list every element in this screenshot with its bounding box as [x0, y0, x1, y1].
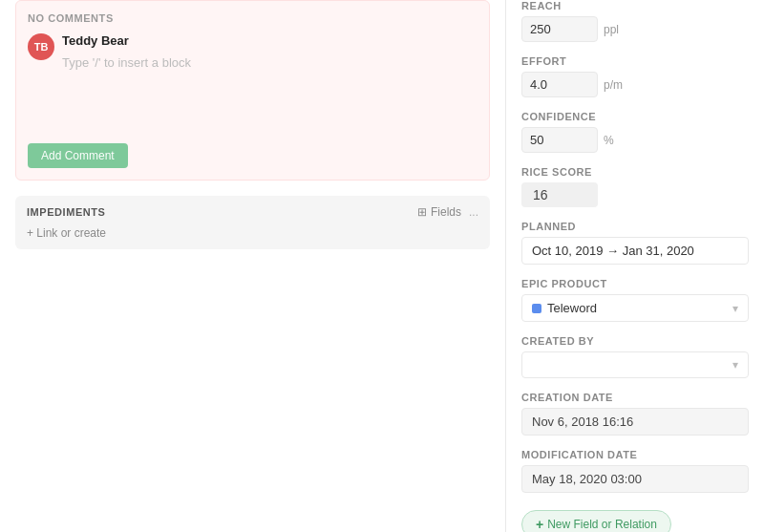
confidence-label: CONFIDENCE — [521, 111, 749, 122]
created-by-label: CREATED BY — [521, 335, 749, 347]
modification-date-field-group: MODIFICATION DATE May 18, 2020 03:00 — [521, 449, 749, 493]
rice-score-label: RICE SCORE — [521, 166, 749, 178]
epic-product-value: Teleword — [547, 301, 597, 315]
right-panel: REACH ppl EFFORT p/m CONFIDENCE % RICE S… — [506, 0, 764, 532]
comments-section: NO COMMENTS TB Teddy Bear Type '/' to in… — [15, 0, 490, 181]
confidence-unit: % — [604, 134, 614, 147]
plus-icon: + — [536, 517, 543, 532]
creation-date-field-group: CREATION DATE Nov 6, 2018 16:16 — [521, 392, 749, 436]
effort-unit: p/m — [604, 78, 623, 92]
avatar: TB — [28, 33, 54, 60]
modification-date-value: May 18, 2020 03:00 — [521, 465, 749, 493]
reach-field-group: REACH ppl — [521, 0, 749, 42]
rice-score-field-group: RICE SCORE 16 — [521, 166, 749, 207]
chevron-down-icon: ▾ — [732, 358, 738, 372]
chevron-down-icon: ▾ — [732, 302, 738, 315]
reach-input[interactable] — [521, 16, 598, 42]
add-comment-button[interactable]: Add Comment — [28, 143, 128, 168]
impediments-header: IMPEDIMENTS ⊞ Fields ... — [27, 205, 478, 219]
created-by-dropdown[interactable]: ▾ — [521, 351, 749, 378]
impediments-section: IMPEDIMENTS ⊞ Fields ... + Link or creat… — [15, 196, 490, 249]
reach-unit: ppl — [604, 23, 619, 36]
rice-score-value: 16 — [521, 182, 598, 207]
left-panel: NO COMMENTS TB Teddy Bear Type '/' to in… — [0, 0, 506, 532]
no-comments-label: NO COMMENTS — [28, 12, 478, 24]
fields-label: Fields — [431, 205, 461, 219]
comment-user-row: TB Teddy Bear Type '/' to insert a block — [28, 33, 478, 128]
creation-date-value: Nov 6, 2018 16:16 — [521, 408, 749, 436]
more-options-icon[interactable]: ... — [469, 205, 478, 219]
creation-date-label: CREATION DATE — [521, 392, 749, 403]
confidence-field-group: CONFIDENCE % — [521, 111, 749, 153]
epic-product-field-group: EPIC PRODUCT Teleword ▾ — [521, 278, 749, 322]
epic-product-dropdown[interactable]: Teleword ▾ — [521, 294, 749, 322]
confidence-input[interactable] — [521, 127, 598, 153]
planned-input[interactable] — [521, 237, 749, 265]
epic-product-label: EPIC PRODUCT — [521, 278, 749, 289]
planned-label: PLANNED — [521, 221, 749, 232]
epic-dot-icon — [532, 304, 541, 313]
comment-placeholder[interactable]: Type '/' to insert a block — [62, 52, 478, 128]
impediments-actions: ⊞ Fields ... — [417, 205, 478, 219]
effort-label: EFFORT — [521, 55, 749, 67]
fields-button[interactable]: ⊞ Fields — [417, 205, 461, 219]
add-field-relation-button[interactable]: + New Field or Relation — [521, 510, 671, 532]
effort-input[interactable] — [521, 72, 598, 97]
effort-field-group: EFFORT p/m — [521, 55, 749, 97]
impediments-title: IMPEDIMENTS — [27, 206, 105, 218]
filter-icon: ⊞ — [417, 205, 427, 219]
reach-label: REACH — [521, 0, 749, 11]
add-field-label: New Field or Relation — [547, 518, 657, 531]
planned-field-group: PLANNED — [521, 221, 749, 265]
modification-date-label: MODIFICATION DATE — [521, 449, 749, 460]
created-by-field-group: CREATED BY ▾ — [521, 335, 749, 378]
link-or-create-button[interactable]: + Link or create — [27, 226, 478, 240]
comment-username: Teddy Bear — [62, 33, 478, 48]
